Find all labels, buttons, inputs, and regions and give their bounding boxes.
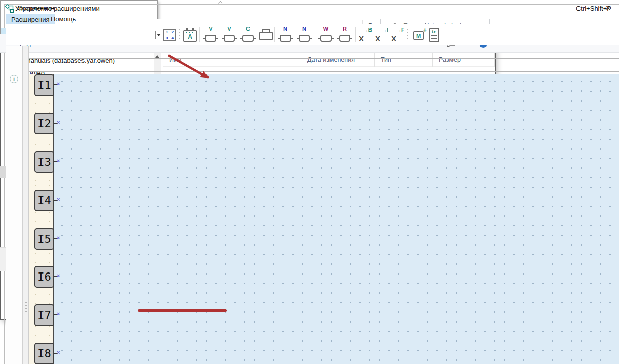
partial-button-icon xyxy=(150,31,156,39)
menu-tab-help[interactable]: Помощь xyxy=(46,14,81,24)
connector-pin-icon[interactable]: × xyxy=(57,311,63,317)
convert-base-letter: X xyxy=(391,34,396,43)
convert-to-int-button[interactable]: X →I xyxy=(375,27,388,43)
input-variable-button[interactable]: V xyxy=(202,26,219,43)
connector-pin-icon[interactable]: × xyxy=(57,235,63,241)
plus-icon: + xyxy=(423,26,427,34)
block-shape-icon xyxy=(280,35,291,42)
convert-to-bool-button[interactable]: X →B xyxy=(358,27,372,43)
convert-arrow: → xyxy=(382,28,387,33)
grid-cell-4: 4 xyxy=(172,36,174,40)
block-shape-icon xyxy=(242,35,254,42)
block-shape-icon xyxy=(339,35,350,42)
annotation-underline xyxy=(138,309,227,312)
toolbar-separator xyxy=(355,27,356,42)
column-header-name[interactable]: Имя xyxy=(163,53,301,67)
toolbar-separator xyxy=(315,27,315,42)
workspace-line xyxy=(29,58,619,59)
convert-target-letter: I xyxy=(387,27,388,33)
input-block-i5[interactable]: I5 xyxy=(34,228,54,250)
block-letter: V xyxy=(209,26,212,32)
connector-pin-icon[interactable]: × xyxy=(57,196,63,202)
input-block-i4[interactable]: I4 xyxy=(34,190,54,211)
scheme-canvas[interactable] xyxy=(54,74,619,364)
rename-letter: A xyxy=(188,33,192,40)
workspace-line xyxy=(29,73,619,73)
input-block-i7[interactable]: I7 xyxy=(34,304,54,326)
convert-target-letter: B xyxy=(368,27,372,33)
convert-arrow: → xyxy=(364,28,368,33)
add-macro-button[interactable]: M + xyxy=(411,27,427,42)
output-variable-button[interactable]: V xyxy=(221,26,237,43)
block-shape-icon xyxy=(205,35,216,42)
toolbar-separator xyxy=(199,27,200,42)
close-icon[interactable]: × xyxy=(602,2,615,14)
block-shape-icon xyxy=(299,35,310,42)
macro-letter: M xyxy=(413,31,424,40)
column-header-type[interactable]: Тип xyxy=(375,53,433,67)
fx-letters: fx xyxy=(432,29,436,34)
block-shape-icon xyxy=(320,35,332,42)
stamp-button[interactable] xyxy=(259,28,272,42)
panel-splitter[interactable] xyxy=(23,46,29,364)
convert-arrow: → xyxy=(397,28,401,33)
network-output-button[interactable]: N xyxy=(296,26,312,43)
input-block-i1[interactable]: I1 xyxy=(34,74,54,96)
constant-button[interactable]: C xyxy=(240,26,256,43)
read-variable-button[interactable]: R xyxy=(337,26,353,43)
dialog-titlebar: Сохранение × xyxy=(0,0,619,17)
toolbar-dotted-separator xyxy=(407,28,409,41)
convert-base-letter: X xyxy=(359,34,364,43)
toolbar-separator xyxy=(274,27,275,42)
column-header-spacer xyxy=(475,53,495,67)
block-shape-icon xyxy=(224,35,235,42)
formula-button[interactable]: fx xyxy=(429,28,439,42)
block-letter: V xyxy=(227,26,231,32)
block-letter: N xyxy=(283,26,287,32)
input-block-i6[interactable]: I6 xyxy=(34,266,54,288)
left-panel: i xyxy=(6,46,23,364)
column-header-date[interactable]: Дата изменения xyxy=(301,53,375,67)
grid-cell-1: 1 xyxy=(166,30,168,34)
input-block-i3[interactable]: I3 xyxy=(34,151,54,173)
dropdown-arrow-icon xyxy=(157,34,161,36)
convert-base-letter: X xyxy=(375,34,380,43)
info-icon[interactable]: i xyxy=(10,75,18,83)
grid-cell-2: 2 xyxy=(172,30,174,34)
input-block-i8[interactable]: I8 xyxy=(34,343,54,364)
column-header-size[interactable]: Размер xyxy=(433,53,475,67)
grid-layout-button[interactable]: 1 2 3 4 xyxy=(163,29,176,41)
main-toolbar: 1 2 3 4 A V V C N N xyxy=(6,24,619,46)
network-input-button[interactable]: N xyxy=(277,26,294,43)
rename-button[interactable]: A xyxy=(183,30,197,42)
toolbar-dotted-separator xyxy=(179,28,181,41)
file-list-header: Имя Дата изменения Тип Размер xyxy=(163,53,495,67)
connector-pin-icon[interactable]: × xyxy=(57,349,63,355)
connector-pin-icon[interactable]: × xyxy=(57,119,63,125)
workspace-line xyxy=(29,71,619,72)
workspace-line xyxy=(29,57,619,57)
toolbar-partial-dropdown[interactable] xyxy=(150,31,161,39)
connector-pin-icon[interactable]: × xyxy=(57,272,63,279)
convert-target-letter: F xyxy=(401,27,404,33)
input-block-i2[interactable]: I2 xyxy=(34,113,54,134)
block-letter: C xyxy=(246,26,250,32)
write-variable-button[interactable]: W xyxy=(318,26,334,43)
convert-to-float-button[interactable]: X →F xyxy=(391,27,404,43)
block-letter: N xyxy=(302,26,306,32)
connector-pin-icon[interactable]: × xyxy=(57,81,63,87)
owen-logic-icon xyxy=(5,4,14,13)
splitter-grip-icon xyxy=(25,301,27,312)
connector-pin-icon[interactable]: × xyxy=(57,158,63,164)
grid-cell-3: 3 xyxy=(166,36,168,40)
block-letter: W xyxy=(323,26,328,32)
block-letter: R xyxy=(343,26,347,32)
